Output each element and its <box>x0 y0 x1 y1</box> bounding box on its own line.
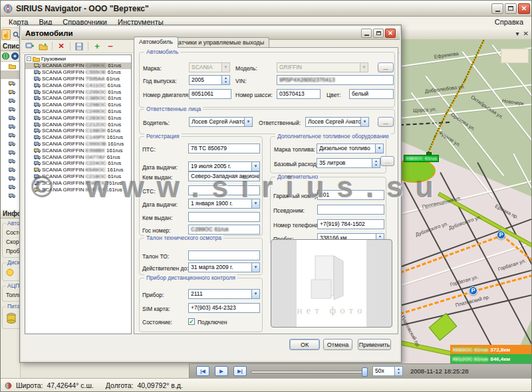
parking-marker[interactable]: P <box>497 231 505 239</box>
save-button[interactable] <box>73 41 85 52</box>
fuel-more-button[interactable]: ... <box>380 156 394 166</box>
add-vehicle-button[interactable] <box>24 41 36 52</box>
parking-marker[interactable]: P <box>469 286 477 295</box>
expand-all-button[interactable]: + <box>91 41 103 52</box>
chevron-down-icon: ▼ <box>251 162 259 171</box>
spinner-arrows-icon[interactable]: ▲▼ <box>221 76 229 84</box>
globe-blue-icon[interactable] <box>11 52 19 60</box>
tree-item-vehicle[interactable]: SCANIA GRIFFIN К597ТХ 161rus <box>25 186 131 193</box>
vin-field[interactable]: 9R5P4X26002370413 <box>277 75 394 85</box>
slider-thumb[interactable] <box>362 367 368 377</box>
dialog-minimize-button[interactable] <box>361 29 372 38</box>
tree-item-vehicle[interactable]: SCANIA GRIFFIN С385ОС 61rus <box>25 95 131 102</box>
tab-vehicle[interactable]: Автомобиль <box>134 37 178 48</box>
tab-sensors[interactable]: Датчики и управляемые выходы <box>169 37 269 48</box>
discrete-indicator-icon <box>6 268 14 276</box>
close-button[interactable]: ✕ <box>518 3 530 14</box>
group-fuel: Дополнительное топливное оборудование Ма… <box>270 136 386 173</box>
globe-green-icon[interactable] <box>2 52 9 60</box>
tree-item-vehicle[interactable]: SCANIA GRIFFIN С411ОС 61rus <box>25 82 131 88</box>
skip-forward-button[interactable]: ▶| <box>233 366 247 376</box>
sts-issued-field[interactable] <box>188 212 260 222</box>
ok-button[interactable]: ОК <box>289 339 320 350</box>
tree-item-vehicle[interactable]: SCANIA GRIFFIN С212ОС 61rus <box>25 121 131 128</box>
tree-item-vehicle[interactable]: SCANIA GRIFFIN С249ОС 61rus <box>25 108 131 115</box>
tree-item-vehicle[interactable]: SCANIA GRIFFIN С555ОЕ 61rus <box>25 69 131 76</box>
connected-checkbox[interactable]: ✓ <box>188 318 195 325</box>
device-combo[interactable]: 2111▼ <box>188 289 260 299</box>
dialog-close-button[interactable]: ✕ <box>385 29 396 38</box>
fuel-base-spinner[interactable]: 35 литров▲▼ <box>317 158 380 168</box>
minimize-button[interactable] <box>491 3 503 14</box>
model-combo[interactable]: GRIFFIN▼ <box>277 62 368 72</box>
pan-tool-button[interactable]: ☝ <box>1 29 11 40</box>
alias-field[interactable] <box>317 205 384 215</box>
tree-item-vehicle[interactable]: SCANIA GRIFFIN К547ТХ 161rus <box>25 179 131 186</box>
tree-item-vehicle[interactable]: SCANIA GRIFFIN С218ОС 61rus <box>25 173 131 180</box>
apply-button[interactable]: Применить <box>358 339 391 350</box>
tree-item-vehicle[interactable]: SCANIA GRIFFIN С198ОХ 61rus <box>25 128 131 134</box>
brand-combo[interactable]: SCANIA▼ <box>189 62 230 72</box>
pts-issued-field[interactable]: Северо-Западная акционая т <box>188 171 260 181</box>
persons-more-button[interactable]: ... <box>378 117 394 127</box>
add-group-button[interactable] <box>37 41 49 52</box>
sts-field[interactable] <box>188 185 260 195</box>
tree-item-vehicle[interactable]: SCANIA GRIFFIN С149РХ 161rus <box>25 134 131 141</box>
status-bar: Широта: 47,42644° с.ш. Долгота: 40,09792… <box>1 378 532 392</box>
map-dropdown-icon[interactable]: ▾ <box>516 30 519 37</box>
timeline-slider[interactable] <box>251 371 365 373</box>
color-field[interactable]: белый <box>349 89 394 99</box>
list-panel-toolbar <box>1 51 20 61</box>
year-spinner[interactable]: 2005▲▼ <box>189 75 230 85</box>
garage-number-field[interactable]: 001 <box>317 190 384 200</box>
responsible-combo[interactable]: Лосев Сергей Анатоль▼ <box>305 117 369 127</box>
phone-field[interactable]: +7(919) 784-1502 <box>317 219 384 229</box>
tree-item-vehicle[interactable]: SCANIA GRIFFIN С224ОС 61rus <box>25 160 131 167</box>
tree-item-vehicle[interactable]: SCANIA GRIFFIN С295ОС 61rus <box>25 88 131 95</box>
model-more-button[interactable]: ... <box>378 62 394 72</box>
spinner-arrows-icon[interactable]: ▲▼ <box>372 159 380 167</box>
map-panel: ▾ ✕ <box>400 27 532 365</box>
legend-plate: Х612ОС 61rus <box>452 356 488 362</box>
pts-field[interactable]: 78 ТС 850679 <box>188 144 260 153</box>
sts-date-combo[interactable]: 1 января 1900 г.▼ <box>188 199 260 209</box>
pts-date-combo[interactable]: 19 июля 2005 г.▼ <box>188 161 260 171</box>
vehicle-map-label[interactable]: Х683ОС 61rus <box>404 155 439 162</box>
info-item-Пробег: Пробег <box>5 246 21 256</box>
tree-item-vehicle[interactable]: SCANIA GRIFFIN О477АУ 61rus <box>25 153 131 160</box>
driver-combo[interactable]: Лосев Сергей Анатоль▼ <box>189 117 253 127</box>
sim-card-field[interactable]: +7(903) 454-2323 <box>188 303 260 313</box>
delete-button[interactable]: ✕ <box>55 41 67 52</box>
vehicle-tree[interactable]: − Грузовики SCANIA GRIFFIN С299ОС 61rusS… <box>25 54 132 334</box>
collapse-all-button[interactable]: − <box>104 41 116 52</box>
play-button[interactable]: ▶ <box>215 366 228 376</box>
skip-back-button[interactable]: |◀ <box>196 366 209 376</box>
vehicles-dialog: Автомобили ✕ ✕ + − − Грузовики SCANIA GR… <box>19 25 402 363</box>
tree-item-vehicle[interactable]: SCANIA GRIFFIN Т595АА 61rus <box>25 76 131 82</box>
tree-item-vehicle[interactable]: SCANIA GRIFFIN С298ОС 61rus <box>25 102 131 108</box>
tree-item-vehicle[interactable]: SCANIA GRIFFIN С990ОВ 161rus <box>25 141 131 147</box>
speed-spinner[interactable]: 50x▲▼ <box>372 366 403 376</box>
cancel-button[interactable]: Отмена <box>323 339 352 350</box>
talon-field[interactable] <box>188 250 260 260</box>
fuel-brand-combo[interactable]: Дизельное топливо▼ <box>317 144 384 153</box>
tree-item-vehicle[interactable]: SCANIA GRIFFIN С283ОС 61rus <box>25 114 131 121</box>
gos-number-field[interactable]: С299ОС 61rus <box>188 225 260 235</box>
spinner-arrows-icon[interactable]: ▲▼ <box>394 367 402 375</box>
collapse-box-icon[interactable]: − <box>27 56 31 61</box>
tree-item-vehicle[interactable]: SCANIA GRIFFIN К549ОС 161rus <box>25 167 131 173</box>
map-canvas[interactable]: Х683ОС 61rus P P ЕфремоваДобролюбова ул.… <box>400 39 532 365</box>
info-panel-header: Информация <box>1 209 21 219</box>
street-label: Фрунзе ул. <box>438 130 462 148</box>
group-registration: Регистрация ПТС: 78 ТС 850679 Дата выдач… <box>139 136 263 236</box>
valid-until-combo[interactable]: 31 марта 2009 г.▼ <box>188 262 260 272</box>
engine-number-field[interactable]: 8051061 <box>189 89 231 99</box>
tree-root-group[interactable]: − Грузовики <box>25 55 131 62</box>
tree-item-vehicle[interactable]: SCANIA GRIFFIN С299ОС 61rus <box>25 62 131 69</box>
map-close-icon[interactable]: ✕ <box>523 30 529 37</box>
restore-button[interactable] <box>505 3 517 14</box>
dialog-maximize-button[interactable] <box>373 29 384 38</box>
chassis-number-field[interactable]: 03570413 <box>277 89 321 99</box>
tree-item-vehicle[interactable]: SCANIA GRIFFIN Е998ВХ 161rus <box>25 147 131 153</box>
menu-help[interactable]: Справка <box>488 17 530 27</box>
